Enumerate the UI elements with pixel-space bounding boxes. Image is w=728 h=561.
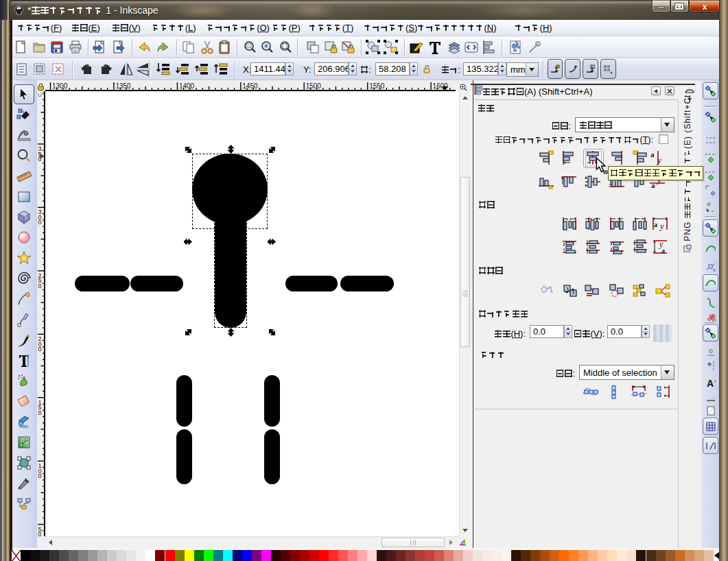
svg-text:0: 0 [38,219,42,226]
svg-text:1350: 1350 [115,82,131,90]
svg-text:y: y [659,222,664,231]
svg-text:a: a [651,181,655,189]
svg-text:1400: 1400 [179,82,195,90]
svg-text:A: A [707,378,714,388]
svg-text:0: 0 [38,346,42,353]
svg-text:1500: 1500 [306,82,322,90]
svg-text:1550: 1550 [369,82,385,90]
svg-text:a: a [661,247,665,254]
svg-text:a: a [650,150,655,158]
svg-text:1450: 1450 [242,82,258,90]
svg-text:a: a [654,221,657,228]
svg-text:0: 0 [38,283,42,289]
svg-text:0: 0 [38,531,42,536]
svg-text:y: y [656,155,661,165]
svg-text:1300: 1300 [52,82,68,90]
svg-text:0: 0 [38,473,42,479]
svg-text:0: 0 [38,409,42,416]
svg-text:H: H [513,48,517,53]
